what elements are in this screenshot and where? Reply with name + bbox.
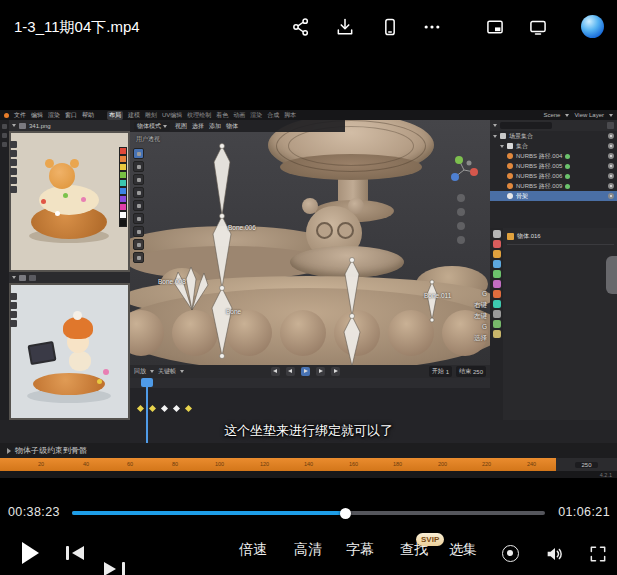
cast-icon[interactable] [527, 16, 549, 38]
scale-tool-icon [133, 200, 144, 211]
modifier-props-icon [493, 300, 501, 308]
side-drawer-handle[interactable] [606, 256, 617, 294]
properties-tab-strip [490, 228, 503, 420]
ref-sprinkle [63, 193, 68, 198]
ref2-tablet [27, 341, 56, 365]
workspace-tab: 着色 [216, 111, 228, 120]
keyframe-diamond [185, 405, 192, 412]
menu-edit: 编辑 [31, 111, 43, 120]
svip-badge: SVIP [416, 533, 444, 546]
fullscreen-icon[interactable] [588, 544, 608, 568]
workspace-tab: 雕刻 [145, 111, 157, 120]
object-props-icon [493, 290, 501, 298]
zoom-view-icon [457, 194, 465, 202]
visibility-eye-icon [608, 163, 614, 169]
keyframe-diamond [161, 405, 168, 412]
blender-statusbar: 4.2.1 [0, 471, 617, 478]
timeline-range-strip: 20 40 60 80 100 120 140 160 180 200 220 … [0, 458, 556, 471]
total-duration: 01:06:21 [558, 505, 610, 519]
subtitles-button[interactable]: 字幕 [346, 541, 374, 559]
outliner-row: NURBS 路径.004 [490, 151, 617, 161]
viewport-menu-select: 选择 [192, 122, 204, 131]
tool-icon [10, 311, 17, 318]
viewport-header: 物体模式 视图 选择 添加 物体 [130, 120, 345, 132]
operator-label: 物体子级约束到骨骼 [15, 445, 87, 456]
outliner-row: NURBS 路径.009 [490, 181, 617, 191]
workspace-tab: 渲染 [250, 111, 262, 120]
viewport-menu-add: 添加 [209, 122, 221, 131]
ref2-item [97, 379, 102, 384]
outliner-row: NURBS 路径.005 [490, 161, 617, 171]
tool-icon [10, 141, 17, 148]
scene-selector: Scene [543, 112, 560, 118]
jump-start-icon [271, 367, 280, 376]
progress-bar[interactable] [72, 511, 545, 515]
volume-icon[interactable] [544, 543, 566, 569]
avatar-sphere[interactable] [581, 15, 604, 38]
add-cube-tool-icon [133, 252, 144, 263]
tool-icon [10, 177, 17, 184]
image-editor-body [9, 131, 130, 272]
keyframe-diamond [149, 405, 156, 412]
curve-object-icon [507, 173, 513, 179]
previous-episode-button[interactable] [66, 545, 87, 561]
progress-fill [72, 511, 346, 515]
annotate-tool-icon [133, 226, 144, 237]
editor-type-icon [12, 124, 16, 127]
curve-object-icon [507, 183, 513, 189]
speed-button[interactable]: 倍速 [239, 541, 267, 559]
world-props-icon [493, 280, 501, 288]
workspace-tab: 建模 [128, 111, 140, 120]
mobile-icon[interactable] [379, 16, 401, 38]
keycast-entry: 左键 [474, 312, 487, 321]
download-icon[interactable] [334, 16, 356, 38]
video-frame[interactable]: 文件 编辑 渲染 窗口 帮助 布局 建模 雕刻 UV编辑 纹理绘制 着色 动画 … [0, 110, 617, 478]
record-icon[interactable] [502, 545, 519, 562]
outliner-row-selected: 骨架 [490, 191, 617, 201]
end-frame-value: 250 [575, 462, 597, 468]
render-props-icon [493, 240, 501, 248]
palette-swatch [119, 203, 127, 211]
tool-icon [10, 293, 17, 300]
image-editor-tools [10, 141, 17, 195]
play-button[interactable] [22, 542, 39, 564]
object-icon [507, 233, 514, 240]
share-icon[interactable] [290, 16, 312, 38]
timeline-tick: 200 [438, 461, 447, 467]
playlist-button[interactable]: 选集 [449, 541, 477, 559]
blender-logo-icon [4, 113, 9, 118]
outliner-row: 场景集合 [490, 131, 617, 141]
timeline-menu-keying: 关键帧 [158, 367, 176, 376]
more-icon[interactable] [421, 16, 443, 38]
ref2-cookie-stool [33, 373, 105, 395]
blender-topbar: 文件 编辑 渲染 窗口 帮助 布局 建模 雕刻 UV编辑 纹理绘制 着色 动画 … [0, 110, 617, 120]
tool-icon [10, 320, 17, 327]
ref2-hat [63, 317, 93, 339]
tool-icon [2, 124, 7, 129]
collapse-caret-icon [7, 448, 11, 454]
frame-start-field: 开始1 [429, 366, 452, 377]
next-episode-button[interactable] [104, 561, 125, 575]
pip-icon[interactable] [484, 16, 506, 38]
palette-swatch [119, 147, 127, 155]
outliner-header [490, 120, 617, 131]
disclosure-icon [500, 145, 504, 148]
palette-swatch [119, 195, 127, 203]
view-layer-props-icon [493, 260, 501, 268]
cursor-tool-icon [133, 161, 144, 172]
keycast-entry: 右键 [474, 301, 487, 310]
menu-render: 渲染 [48, 111, 60, 120]
timeline-tick: 40 [83, 461, 89, 467]
measure-tool-icon [133, 239, 144, 250]
scene-props-icon [493, 270, 501, 278]
view-name-overlay: 用户透视 [136, 135, 160, 144]
mode-dropdown: 物体模式 [134, 122, 170, 131]
quality-button[interactable]: 高清 [294, 541, 322, 559]
select-tool-icon [133, 148, 144, 159]
viewport-toolbar [133, 148, 144, 265]
image-filename: 341.png [29, 123, 51, 129]
end-frame-box: 250 [556, 458, 617, 471]
progress-knob[interactable] [340, 508, 351, 519]
data-props-icon [493, 330, 501, 338]
palette-swatch [119, 163, 127, 171]
